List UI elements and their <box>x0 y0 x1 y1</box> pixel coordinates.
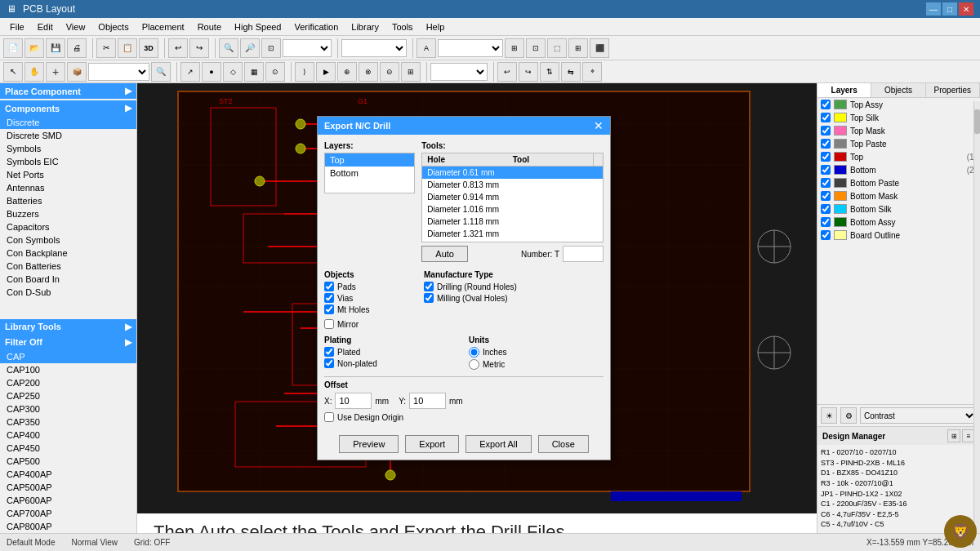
t2-extra-3[interactable]: ⇅ <box>540 62 559 82</box>
comp-item-con-backplane[interactable]: Con Backplane <box>0 247 136 260</box>
cap-item-cap700ap[interactable]: CAP700AP <box>0 507 136 520</box>
preview-button[interactable]: Preview <box>339 435 399 453</box>
tb-extra-4[interactable]: ⊞ <box>568 38 588 58</box>
cap-item-cap350[interactable]: CAP350 <box>0 415 136 429</box>
tb-extra-5[interactable]: ⬛ <box>590 38 609 58</box>
t2-extra-5[interactable]: ⌖ <box>582 62 602 82</box>
components-header[interactable]: Components ▶ <box>0 100 136 116</box>
cap-item-cap200[interactable]: CAP200 <box>0 376 136 389</box>
drilling-checkbox[interactable] <box>424 282 434 291</box>
export-button[interactable]: Export <box>405 435 459 453</box>
t2-btn-10[interactable]: ⊝ <box>380 62 399 82</box>
cap-item-cap800ap[interactable]: CAP800AP <box>0 520 136 533</box>
cap-item-cap100[interactable]: CAP100 <box>0 363 136 376</box>
menu-tools[interactable]: Tools <box>385 20 420 33</box>
grid-select[interactable]: 0.635 mm <box>341 39 407 57</box>
menu-route[interactable]: Route <box>191 20 228 33</box>
contrast-icon-1[interactable]: ☀ <box>821 407 837 424</box>
comp-item-con-board-in[interactable]: Con Board In <box>0 273 136 286</box>
menu-library[interactable]: Library <box>345 20 385 33</box>
menu-file[interactable]: File <box>3 20 31 33</box>
mirror-checkbox[interactable] <box>324 319 334 329</box>
minimize-button[interactable]: — <box>926 2 941 16</box>
layer-select[interactable]: Top Assy <box>438 39 503 57</box>
plated-checkbox[interactable] <box>324 347 334 357</box>
tab-properties[interactable]: Properties <box>926 83 980 97</box>
milling-checkbox[interactable] <box>424 293 434 303</box>
t2-btn-4[interactable]: ▦ <box>244 62 264 82</box>
cap-item-cap[interactable]: CAP <box>0 350 136 363</box>
zoom-in-button[interactable]: 🔍 <box>219 38 238 58</box>
pads-checkbox[interactable] <box>324 282 334 291</box>
menu-edit[interactable]: Edit <box>31 20 60 33</box>
zoom-fit-button[interactable]: ⊡ <box>261 38 281 58</box>
t2-btn-5[interactable]: ⊙ <box>265 62 285 82</box>
comp-item-buzzers[interactable]: Buzzers <box>0 207 136 220</box>
new-button[interactable]: 📄 <box>3 38 23 58</box>
t2-btn-1[interactable]: ↗ <box>180 62 200 82</box>
library-tools-header[interactable]: Library Tools ▶ <box>0 319 136 335</box>
t2-btn-8[interactable]: ⊕ <box>337 62 357 82</box>
t2-extra-1[interactable]: ↩ <box>497 62 517 82</box>
select-button[interactable]: ↖ <box>3 62 23 82</box>
t2-btn-9[interactable]: ⊗ <box>359 62 378 82</box>
tb-extra-3[interactable]: ⬚ <box>547 38 567 58</box>
layer-top-mask-check[interactable] <box>821 126 831 136</box>
save-button[interactable]: 💾 <box>46 38 65 58</box>
use-design-origin-checkbox[interactable] <box>324 412 334 422</box>
t2-btn-7[interactable]: ▶ <box>316 62 336 82</box>
tool-row-4[interactable]: Diameter 1.118 mm <box>422 216 603 228</box>
menu-view[interactable]: View <box>60 20 92 33</box>
contrast-icon-2[interactable]: ⚙ <box>840 407 857 424</box>
open-button[interactable]: 📂 <box>24 38 44 58</box>
comp-item-batteries[interactable]: Batteries <box>0 194 136 207</box>
metric-radio[interactable] <box>469 359 479 370</box>
number-input[interactable] <box>563 246 604 262</box>
menu-verification[interactable]: Verification <box>288 20 345 33</box>
pan-button[interactable]: ✋ <box>24 62 44 82</box>
filter-off-header[interactable]: Filter Off ▶ <box>0 335 136 350</box>
close-button[interactable]: ✕ <box>959 2 973 16</box>
maximize-button[interactable]: □ <box>942 2 957 16</box>
comp-item-con-symbols[interactable]: Con Symbols <box>0 233 136 247</box>
cap-item-cap250[interactable]: CAP250 <box>0 389 136 402</box>
tool-row-2[interactable]: Diameter 0.914 mm <box>422 191 603 203</box>
tool-row-5[interactable]: Diameter 1.321 mm <box>422 228 603 240</box>
close-dialog-button[interactable]: Close <box>538 435 589 453</box>
comp-item-symbols-eic[interactable]: Symbols EIC <box>0 155 136 168</box>
zoom-out-button[interactable]: 🔎 <box>240 38 260 58</box>
cap-item-cap400[interactable]: CAP400 <box>0 429 136 442</box>
comp-item-capacitors[interactable]: Capacitors <box>0 220 136 233</box>
comp-item-symbols[interactable]: Symbols <box>0 142 136 155</box>
tool-row-3[interactable]: Diameter 1.016 mm <box>422 203 603 216</box>
comp-item-con-d-sub[interactable]: Con D-Sub <box>0 286 136 299</box>
t2-btn-2[interactable]: ● <box>202 62 221 82</box>
layer-bottom-assy-check[interactable] <box>821 217 831 227</box>
export-all-button[interactable]: Export All <box>466 435 531 453</box>
undo-button[interactable]: ↩ <box>168 38 188 58</box>
menu-high-speed[interactable]: High Speed <box>228 20 288 33</box>
cap-item-cap400ap[interactable]: CAP400AP <box>0 468 136 481</box>
pcb-area[interactable]: ST2 Hexapolar Interface k/s 01/1999 G1 <box>137 83 817 513</box>
print-button[interactable]: 🖨 <box>67 38 87 58</box>
layer-bottom-check[interactable] <box>821 165 831 175</box>
t2-btn-6[interactable]: ⟩ <box>295 62 314 82</box>
mt-holes-checkbox[interactable] <box>324 304 334 314</box>
add-button[interactable]: + <box>46 62 65 82</box>
t2-extra-2[interactable]: ↪ <box>519 62 538 82</box>
text-button[interactable]: A <box>416 38 436 58</box>
t2-btn-3[interactable]: ◇ <box>223 62 243 82</box>
t2-btn-11[interactable]: ⊞ <box>401 62 421 82</box>
modal-close-button[interactable]: ✕ <box>594 120 604 131</box>
cap-item-cap600ap[interactable]: CAP600AP <box>0 494 136 507</box>
comp-item-antennas[interactable]: Antennas <box>0 181 136 194</box>
menu-placement[interactable]: Placement <box>136 20 191 33</box>
search-button[interactable]: 🔍 <box>151 62 171 82</box>
tab-objects[interactable]: Objects <box>871 83 925 97</box>
layer-option-top[interactable]: Top <box>325 153 414 167</box>
auto-button[interactable]: Auto <box>421 246 468 262</box>
layer-bottom-paste-check[interactable] <box>821 178 831 188</box>
side-select[interactable]: Top Side <box>88 63 149 81</box>
offset-y-input[interactable] <box>409 393 446 409</box>
comp-item-discrete-smd[interactable]: Discrete SMD <box>0 129 136 142</box>
